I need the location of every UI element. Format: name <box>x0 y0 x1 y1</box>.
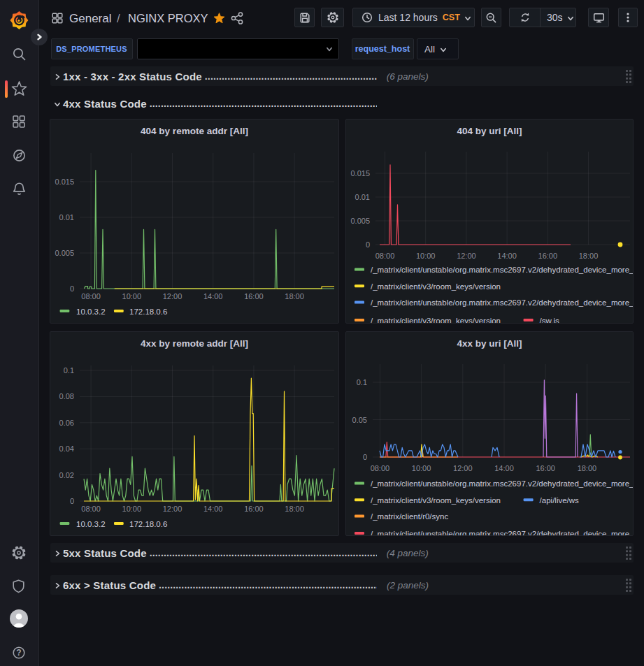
svg-text:0.05: 0.05 <box>352 416 367 424</box>
svg-text:16:00: 16:00 <box>538 252 558 260</box>
svg-text:/api/live/ws: /api/live/ws <box>540 496 579 505</box>
svg-text:10.0.3.2: 10.0.3.2 <box>76 520 106 528</box>
svg-text:12:00: 12:00 <box>163 292 183 301</box>
svg-text:10:00: 10:00 <box>122 292 142 301</box>
svg-text:0.01: 0.01 <box>355 193 370 201</box>
svg-text:08:00: 08:00 <box>81 505 101 513</box>
svg-text:10.0.3.2: 10.0.3.2 <box>76 307 106 316</box>
svg-text:18:00: 18:00 <box>285 292 304 301</box>
svg-text:0: 0 <box>363 453 367 461</box>
svg-text:16:00: 16:00 <box>536 464 555 472</box>
svg-text:0.005: 0.005 <box>350 217 370 225</box>
svg-text:0.01: 0.01 <box>59 213 74 222</box>
svg-text:/_matrix/client/unstable/org.m: /_matrix/client/unstable/org.matrix.msc2… <box>371 298 633 307</box>
svg-text:18:00: 18:00 <box>578 464 597 472</box>
svg-text:/_matrix/client/v3/room_keys/v: /_matrix/client/v3/room_keys/version <box>371 282 501 291</box>
svg-text:18:00: 18:00 <box>285 505 304 513</box>
svg-text:0: 0 <box>70 284 74 293</box>
svg-text:16:00: 16:00 <box>244 505 264 513</box>
svg-text:?: ? <box>16 648 21 658</box>
svg-text:/_matrix/client/r0/sync: /_matrix/client/r0/sync <box>371 512 448 521</box>
svg-text:/_matrix/client/v3/room_keys/v: /_matrix/client/v3/room_keys/version <box>371 317 501 324</box>
svg-text:08:00: 08:00 <box>375 252 395 260</box>
svg-text:/_matrix/client/unstable/org.m: /_matrix/client/unstable/org.matrix.msc2… <box>371 479 633 488</box>
svg-text:0.02: 0.02 <box>59 471 74 479</box>
svg-text:0: 0 <box>366 240 370 249</box>
svg-text:0.005: 0.005 <box>55 249 74 257</box>
svg-text:0.015: 0.015 <box>55 178 74 186</box>
svg-text:18:00: 18:00 <box>579 252 599 260</box>
svg-text:12:00: 12:00 <box>163 505 183 513</box>
svg-text:14:00: 14:00 <box>203 292 223 301</box>
svg-text:14:00: 14:00 <box>494 464 514 472</box>
svg-text:0.08: 0.08 <box>59 392 74 400</box>
svg-text:10:00: 10:00 <box>412 464 431 472</box>
svg-text:/sw.js: /sw.js <box>540 317 559 324</box>
svg-text:0.1: 0.1 <box>357 378 367 386</box>
svg-text:14:00: 14:00 <box>203 505 223 513</box>
svg-text:16:00: 16:00 <box>244 292 264 301</box>
svg-text:08:00: 08:00 <box>371 464 390 472</box>
svg-text:/_matrix/client/v3/room_keys/v: /_matrix/client/v3/room_keys/version <box>371 496 501 505</box>
svg-text:0.015: 0.015 <box>350 169 370 178</box>
svg-text:10:00: 10:00 <box>416 252 436 260</box>
svg-text:/_matrix/client/unstable/org.m: /_matrix/client/unstable/org.matrix.msc2… <box>371 266 633 274</box>
svg-text:/_matrix/client/unstable/org.m: /_matrix/client/unstable/org.matrix.msc2… <box>371 530 633 536</box>
svg-text:10:00: 10:00 <box>122 505 142 513</box>
svg-text:12:00: 12:00 <box>457 252 476 260</box>
svg-text:0: 0 <box>70 497 74 505</box>
svg-text:172.18.0.6: 172.18.0.6 <box>129 520 167 528</box>
svg-text:0.1: 0.1 <box>64 366 74 375</box>
svg-text:0.06: 0.06 <box>59 419 74 427</box>
svg-text:172.18.0.6: 172.18.0.6 <box>129 307 167 316</box>
svg-text:12:00: 12:00 <box>453 464 473 472</box>
svg-text:0.04: 0.04 <box>59 444 74 453</box>
svg-text:14:00: 14:00 <box>497 252 517 260</box>
svg-text:08:00: 08:00 <box>81 292 101 301</box>
